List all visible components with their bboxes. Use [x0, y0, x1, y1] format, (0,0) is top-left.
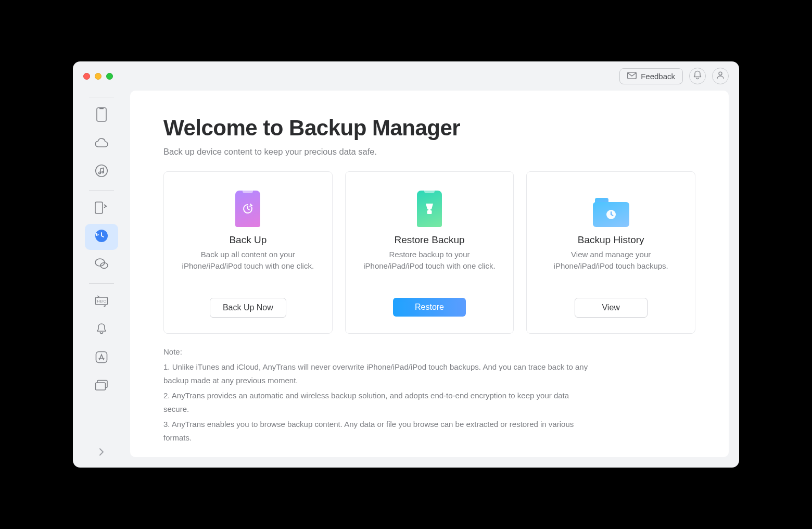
music-icon [95, 164, 108, 180]
svg-rect-0 [628, 72, 636, 78]
divider [89, 190, 114, 191]
chat-icon [94, 258, 109, 272]
cloud-icon [94, 137, 109, 150]
notes-section: Note: 1. Unlike iTunes and iCloud, AnyTr… [163, 345, 590, 445]
sidebar-item-music[interactable] [85, 159, 118, 185]
svg-text:HEIC: HEIC [97, 299, 106, 304]
svg-point-6 [102, 171, 104, 173]
screens-icon [95, 380, 108, 393]
main-content: Welcome to Backup Manager Back up device… [130, 91, 729, 457]
card-desc: View and manage your iPhone/iPad/iPod to… [543, 249, 679, 272]
card-restore: Restore Backup Restore backup to your iP… [345, 171, 514, 334]
sidebar-item-app-downloader[interactable] [85, 345, 118, 371]
close-window-button[interactable] [83, 73, 90, 80]
card-title: Back Up [229, 234, 267, 246]
titlebar: Feedback [73, 61, 739, 91]
card-desc: Restore backup to your iPhone/iPad/iPod … [362, 249, 497, 272]
svg-rect-2 [97, 108, 106, 121]
restore-button[interactable]: Restore [393, 298, 466, 317]
card-title: Restore Backup [394, 234, 464, 246]
card-title: Backup History [578, 234, 644, 246]
sidebar-item-ringtones[interactable] [85, 317, 118, 343]
account-button[interactable] [712, 68, 729, 84]
note-line: 1. Unlike iTunes and iCloud, AnyTrans wi… [163, 360, 590, 387]
sidebar-item-backup-manager[interactable] [85, 224, 118, 250]
sidebar-item-transfer[interactable] [85, 196, 118, 222]
sidebar: HEIC [73, 91, 130, 468]
notes-heading: Note: [163, 345, 590, 359]
card-backup: Back Up Back up all content on your iPho… [163, 171, 333, 334]
card-history: Backup History View and manage your iPho… [526, 171, 695, 334]
sidebar-item-icloud[interactable] [85, 131, 118, 157]
sidebar-expand-button[interactable] [73, 448, 130, 458]
mail-icon [627, 72, 637, 81]
svg-rect-7 [95, 202, 103, 213]
traffic-lights [83, 73, 113, 80]
heic-icon: HEIC [94, 295, 109, 309]
bell-icon [693, 70, 702, 82]
feature-cards: Back Up Back up all content on your iPho… [163, 171, 695, 334]
svg-rect-15 [96, 383, 106, 390]
app-store-icon [95, 351, 108, 366]
chevron-right-icon [99, 448, 104, 458]
svg-point-4 [96, 165, 107, 177]
feedback-button[interactable]: Feedback [619, 68, 683, 84]
phone-transfer-icon [95, 200, 108, 217]
svg-rect-17 [428, 209, 430, 211]
minimize-window-button[interactable] [95, 73, 102, 80]
sidebar-item-heic-convert[interactable]: HEIC [85, 289, 118, 315]
sidebar-item-device[interactable] [85, 103, 118, 129]
header-actions: Feedback [619, 68, 729, 84]
svg-rect-3 [99, 108, 104, 109]
sidebar-item-screen-mirror[interactable] [85, 373, 118, 399]
note-line: 2. AnyTrans provides an automatic and wi… [163, 389, 590, 415]
restore-device-icon [411, 185, 448, 227]
view-button[interactable]: View [575, 298, 648, 318]
phone-icon [96, 107, 107, 124]
bell-icon [96, 323, 107, 337]
page-title: Welcome to Backup Manager [163, 116, 695, 141]
backup-now-button[interactable]: Back Up Now [210, 298, 286, 318]
svg-point-5 [99, 172, 101, 174]
svg-point-1 [719, 72, 722, 75]
fullscreen-window-button[interactable] [106, 73, 113, 80]
note-line: 3. AnyTrans enables you to browse backup… [163, 418, 590, 444]
divider [89, 283, 114, 284]
svg-rect-16 [427, 210, 432, 214]
sidebar-item-messages[interactable] [85, 252, 118, 278]
card-desc: Back up all content on your iPhone/iPad/… [180, 249, 315, 272]
history-folder-icon [593, 185, 629, 227]
page-subtitle: Back up device content to keep your prec… [163, 147, 695, 157]
user-icon [716, 71, 725, 81]
divider [89, 97, 114, 97]
app-window: Feedback [73, 61, 739, 468]
backup-device-icon [230, 185, 266, 227]
feedback-label: Feedback [641, 72, 675, 81]
backup-clock-icon [95, 229, 108, 245]
svg-rect-13 [96, 352, 107, 363]
notifications-button[interactable] [689, 68, 706, 84]
